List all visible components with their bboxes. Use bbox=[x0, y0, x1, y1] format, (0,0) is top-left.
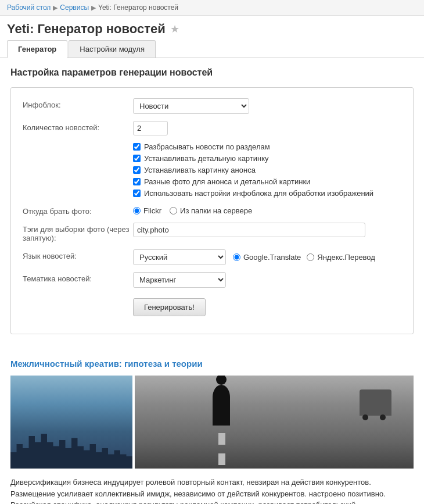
page-title-row: Yeti: Генератор новостей ★ bbox=[0, 16, 424, 40]
breadcrumb-sep-1: ▶ bbox=[53, 4, 58, 12]
infoblock-control: Новости bbox=[133, 98, 401, 114]
section-title: Настройка параметров генерации новостей bbox=[10, 67, 414, 78]
checkbox-group: Разбрасывать новости по разделам Устанав… bbox=[133, 142, 401, 198]
infoblock-select[interactable]: Новости bbox=[133, 98, 249, 114]
lang-select[interactable]: Русский bbox=[133, 249, 226, 265]
form-row-checkboxes: Разбрасывать новости по разделам Устанав… bbox=[23, 142, 401, 198]
checkbox-2[interactable] bbox=[133, 155, 141, 162]
breadcrumb-current: Yeti: Генератор новостей bbox=[98, 3, 178, 12]
topic-control: Маркетинг bbox=[133, 272, 401, 288]
submit-control: Генерировать! bbox=[133, 295, 401, 316]
checkbox-item-4[interactable]: Разные фото для анонса и детальной карти… bbox=[133, 177, 401, 186]
radio-flickr-label: Flickr bbox=[143, 206, 161, 215]
radio-yandex-input[interactable] bbox=[307, 253, 314, 261]
checkbox-item-3[interactable]: Устанавливать картинку анонса bbox=[133, 166, 401, 174]
city-image bbox=[10, 376, 132, 469]
form-row-infoblock: Инфоблок: Новости bbox=[23, 98, 401, 114]
form-card: Инфоблок: Новости Количество новостей: bbox=[10, 87, 414, 334]
form-row-topic: Тематика новостей: Маркетинг bbox=[23, 272, 401, 288]
form-row-count: Количество новостей: bbox=[23, 121, 401, 135]
radio-yandex-label: Яндекс.Перевод bbox=[317, 253, 375, 262]
checkboxes-group: Разбрасывать новости по разделам Устанав… bbox=[133, 142, 401, 198]
checkbox-4[interactable] bbox=[133, 178, 141, 185]
breadcrumb-home[interactable]: Рабочий стол bbox=[7, 3, 51, 12]
tab-generator[interactable]: Генератор bbox=[7, 40, 67, 58]
checkbox-label-2: Устанавливать детальную картинку bbox=[144, 154, 269, 163]
radio-google-label: Google.Translate bbox=[243, 253, 301, 262]
person-silhouette bbox=[213, 385, 230, 426]
checkbox-1[interactable] bbox=[133, 143, 141, 151]
lang-row: Русский Google.Translate Яндекс.Перевод bbox=[133, 249, 401, 265]
checkbox-item-5[interactable]: Использовать настройки инфоблока для обр… bbox=[133, 189, 401, 198]
submit-label-spacer bbox=[23, 295, 133, 297]
photo-source-radio-group: Flickr Из папки на сервере bbox=[133, 205, 401, 215]
radio-server[interactable]: Из папки на сервере bbox=[170, 206, 252, 215]
count-control bbox=[133, 121, 401, 135]
checkbox-item-2[interactable]: Устанавливать детальную картинку bbox=[133, 154, 401, 163]
form-row-photo-source: Откуда брать фото: Flickr Из папки на се… bbox=[23, 205, 401, 216]
form-row-submit: Генерировать! bbox=[23, 295, 401, 316]
radio-google-input[interactable] bbox=[233, 253, 240, 261]
count-label: Количество новостей: bbox=[23, 121, 133, 132]
result-article-link[interactable]: Межличностный креатив: гипотеза и теории bbox=[10, 359, 414, 369]
photo-source-control: Flickr Из папки на сервере bbox=[133, 205, 401, 215]
radio-server-label: Из папки на сервере bbox=[180, 206, 252, 215]
tags-control bbox=[133, 223, 401, 237]
count-input[interactable] bbox=[133, 121, 168, 135]
breadcrumb-services[interactable]: Сервисы bbox=[60, 3, 89, 12]
checkboxes-label-empty bbox=[23, 142, 133, 145]
lang-control: Русский Google.Translate Яндекс.Перевод bbox=[133, 249, 401, 265]
images-row bbox=[10, 376, 414, 469]
checkbox-item-1[interactable]: Разбрасывать новости по разделам bbox=[133, 142, 401, 151]
breadcrumb-sep-2: ▶ bbox=[91, 4, 96, 12]
bus-silhouette bbox=[360, 389, 391, 416]
breadcrumb: Рабочий стол ▶ Сервисы ▶ Yeti: Генератор… bbox=[0, 0, 424, 16]
checkbox-label-5: Использовать настройки инфоблока для обр… bbox=[144, 189, 373, 198]
main-content: Настройка параметров генерации новостей … bbox=[0, 58, 424, 353]
radio-yandex[interactable]: Яндекс.Перевод bbox=[307, 253, 375, 262]
lang-label: Язык новостей: bbox=[23, 249, 133, 260]
street-image bbox=[135, 376, 414, 469]
checkbox-3[interactable] bbox=[133, 166, 141, 174]
checkbox-5[interactable] bbox=[133, 190, 141, 197]
tabs-bar: Генератор Настройки модуля bbox=[0, 40, 424, 58]
tags-input[interactable] bbox=[133, 223, 365, 237]
checkbox-label-1: Разбрасывать новости по разделам bbox=[144, 142, 270, 151]
translate-group: Google.Translate Яндекс.Перевод bbox=[233, 253, 375, 262]
tags-label: Тэги для выборки фото (через запятую): bbox=[23, 223, 133, 242]
radio-flickr-input[interactable] bbox=[133, 207, 141, 215]
page-title: Yeti: Генератор новостей bbox=[7, 22, 166, 37]
topic-label: Тематика новостей: bbox=[23, 272, 133, 283]
generate-button[interactable]: Генерировать! bbox=[133, 298, 206, 316]
radio-server-input[interactable] bbox=[170, 207, 177, 215]
form-row-lang: Язык новостей: Русский Google.Translate … bbox=[23, 249, 401, 265]
result-section: Межличностный креатив: гипотеза и теории… bbox=[0, 353, 424, 504]
radio-flickr[interactable]: Flickr bbox=[133, 206, 161, 215]
checkbox-label-4: Разные фото для анонса и детальной карти… bbox=[144, 177, 310, 186]
checkbox-label-3: Устанавливать картинку анонса bbox=[144, 166, 256, 174]
topic-select[interactable]: Маркетинг bbox=[133, 272, 226, 288]
form-row-tags: Тэги для выборки фото (через запятую): bbox=[23, 223, 401, 242]
star-icon[interactable]: ★ bbox=[170, 23, 179, 35]
radio-google[interactable]: Google.Translate bbox=[233, 253, 301, 262]
tab-settings[interactable]: Настройки модуля bbox=[69, 40, 156, 58]
infoblock-label: Инфоблок: bbox=[23, 98, 133, 109]
photo-source-label: Откуда брать фото: bbox=[23, 205, 133, 216]
result-text: Диверсификация бизнеса индуцирует ролево… bbox=[10, 477, 414, 504]
